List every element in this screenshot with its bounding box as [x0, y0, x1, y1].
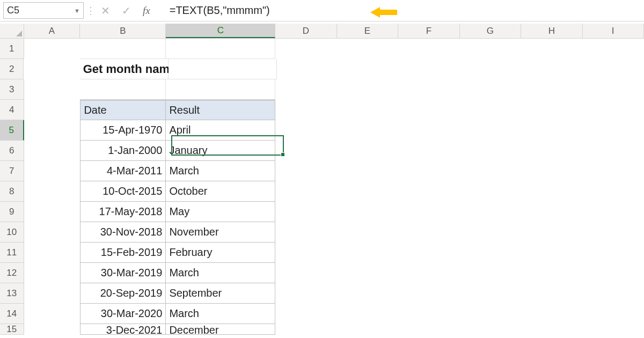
cell-G12[interactable] — [459, 263, 521, 283]
cell-E14[interactable] — [336, 304, 398, 324]
row-header-7[interactable]: 7 — [0, 161, 24, 181]
cell-F11[interactable] — [398, 243, 460, 263]
cell-E11[interactable] — [336, 243, 398, 263]
cell-C12[interactable]: March — [166, 263, 275, 283]
chevron-down-icon[interactable]: ▼ — [74, 8, 80, 14]
cell-C4[interactable]: Result — [166, 100, 275, 120]
cell-F10[interactable] — [398, 222, 460, 243]
cell-I5[interactable] — [582, 120, 644, 141]
cell-B12[interactable]: 30-Mar-2019 — [80, 263, 166, 283]
cell-A10[interactable] — [24, 222, 80, 243]
cell-E15[interactable] — [336, 324, 398, 335]
cell-C8[interactable]: October — [166, 181, 275, 202]
cell-F6[interactable] — [398, 141, 460, 161]
cell-C3[interactable] — [166, 79, 275, 100]
cell-C5[interactable]: April — [166, 120, 275, 141]
cell-B3[interactable] — [80, 79, 166, 100]
cell-F8[interactable] — [398, 181, 460, 202]
name-box[interactable]: C5 ▼ — [3, 2, 84, 19]
cell-H11[interactable] — [521, 243, 583, 263]
cell-F1[interactable] — [398, 39, 460, 59]
cell-I14[interactable] — [583, 304, 644, 324]
col-header-G[interactable]: G — [460, 24, 521, 38]
cell-B10[interactable]: 30-Nov-2018 — [80, 222, 166, 243]
cell-F3[interactable] — [398, 79, 460, 100]
cell-G3[interactable] — [459, 79, 521, 100]
cell-H9[interactable] — [521, 202, 583, 222]
cell-I3[interactable] — [582, 79, 644, 100]
col-header-F[interactable]: F — [398, 24, 459, 38]
cell-I9[interactable] — [583, 202, 644, 222]
cell-E7[interactable] — [336, 161, 398, 181]
cell-B7[interactable]: 4-Mar-2011 — [80, 161, 166, 181]
cell-I4[interactable] — [583, 100, 644, 120]
cell-G7[interactable] — [459, 161, 521, 181]
cell-D7[interactable] — [275, 161, 337, 181]
cell-A6[interactable] — [24, 141, 80, 161]
cell-E13[interactable] — [336, 283, 398, 304]
row-header-2[interactable]: 2 — [0, 59, 24, 79]
cell-F15[interactable] — [398, 324, 460, 335]
col-header-D[interactable]: D — [275, 24, 336, 38]
cell-A11[interactable] — [24, 243, 80, 263]
row-header-3[interactable]: 3 — [0, 79, 24, 100]
cell-H4[interactable] — [521, 100, 583, 120]
cell-F2[interactable] — [399, 59, 460, 79]
cell-F12[interactable] — [398, 263, 460, 283]
cell-D3[interactable] — [275, 79, 337, 100]
cell-H5[interactable] — [521, 120, 583, 141]
row-header-8[interactable]: 8 — [0, 181, 24, 202]
cell-G15[interactable] — [459, 324, 521, 335]
cell-C13[interactable]: September — [166, 283, 275, 304]
col-header-H[interactable]: H — [521, 24, 582, 38]
row-header-15[interactable]: 15 — [0, 324, 24, 335]
cell-E12[interactable] — [336, 263, 398, 283]
col-header-A[interactable]: A — [24, 24, 80, 38]
cell-I8[interactable] — [583, 181, 644, 202]
cell-I1[interactable] — [582, 39, 644, 59]
row-header-11[interactable]: 11 — [0, 243, 24, 263]
cell-E5[interactable] — [336, 120, 398, 141]
cell-B14[interactable]: 30-Mar-2020 — [80, 304, 166, 324]
cell-A7[interactable] — [24, 161, 80, 181]
cell-G1[interactable] — [459, 39, 521, 59]
cell-E1[interactable] — [336, 39, 398, 59]
cell-A3[interactable] — [24, 79, 80, 100]
cell-E6[interactable] — [336, 141, 398, 161]
cell-B15[interactable]: 3-Dec-2021 — [80, 324, 166, 335]
cell-F4[interactable] — [398, 100, 460, 120]
cell-H15[interactable] — [521, 324, 583, 335]
cell-G4[interactable] — [459, 100, 521, 120]
cell-C7[interactable]: March — [166, 161, 275, 181]
cell-D10[interactable] — [275, 222, 337, 243]
cell-H6[interactable] — [521, 141, 583, 161]
cell-G6[interactable] — [459, 141, 521, 161]
cell-D12[interactable] — [275, 263, 337, 283]
cell-D8[interactable] — [275, 181, 337, 202]
cell-A14[interactable] — [24, 304, 80, 324]
formula-input[interactable]: =TEXT(B5,"mmmm") — [157, 2, 641, 19]
row-header-14[interactable]: 14 — [0, 304, 24, 324]
fx-icon[interactable]: fx — [143, 5, 150, 17]
cell-F5[interactable] — [398, 120, 460, 141]
cell-G13[interactable] — [459, 283, 521, 304]
cell-I6[interactable] — [583, 141, 644, 161]
cell-G10[interactable] — [459, 222, 521, 243]
cell-C9[interactable]: May — [166, 202, 275, 222]
cell-G2[interactable] — [460, 59, 522, 79]
col-header-C[interactable]: C — [166, 24, 275, 38]
cell-A4[interactable] — [24, 100, 80, 120]
cell-E10[interactable] — [336, 222, 398, 243]
col-header-I[interactable]: I — [583, 24, 644, 38]
cell-F7[interactable] — [398, 161, 460, 181]
cell-I11[interactable] — [583, 243, 644, 263]
row-header-9[interactable]: 9 — [0, 202, 24, 222]
cell-B5[interactable]: 15-Apr-1970 — [80, 120, 166, 141]
cell-I10[interactable] — [583, 222, 644, 243]
row-header-10[interactable]: 10 — [0, 222, 24, 243]
cancel-icon[interactable]: ✕ — [101, 4, 110, 17]
cell-C15[interactable]: December — [166, 324, 275, 335]
cell-C6[interactable]: January — [166, 141, 275, 161]
cell-H2[interactable] — [522, 59, 583, 79]
cell-G8[interactable] — [459, 181, 521, 202]
